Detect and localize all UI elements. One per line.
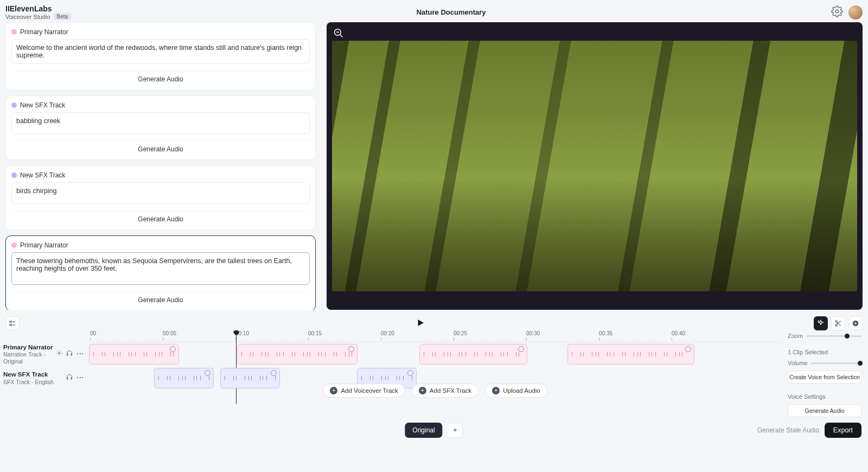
ruler-tick: 00:25 [454,330,467,336]
zoom-slider[interactable] [806,335,861,337]
regenerate-icon[interactable] [170,346,176,352]
track-color-dot [11,29,17,35]
script-card[interactable]: Primary Narrator Generate Audio [5,22,316,90]
brand-title: IIElevenLabs [5,4,71,13]
play-button[interactable] [416,318,425,329]
voice-settings-label: Voice Settings [788,393,861,400]
generate-stale-audio-button[interactable]: Generate Stale Audio [757,426,819,434]
upload-audio-button[interactable]: +Upload Audio [485,384,547,398]
card-track-label: New SFX Track [20,101,65,109]
track-name: Primary Narrator [3,343,56,351]
track-color-dot [11,243,17,248]
video-frame-image [332,41,857,291]
card-track-label: Primary Narrator [20,241,68,249]
audio-clip[interactable] [419,344,527,365]
ruler-tick: 00:20 [381,330,394,336]
track-subtitle: Narration Track - Original [3,351,56,365]
script-text-input[interactable] [11,112,310,134]
scissors-icon[interactable] [831,316,845,330]
zoom-out-icon[interactable] [333,28,344,41]
ruler-tick: 00:40 [672,330,685,336]
gear-icon[interactable] [56,350,62,358]
track-color-dot [11,173,17,178]
regenerate-icon[interactable] [271,370,277,376]
regenerate-icon[interactable] [205,370,210,376]
avatar[interactable] [848,5,863,20]
svg-rect-5 [10,324,12,326]
headphones-icon[interactable] [66,374,73,382]
video-preview[interactable] [327,22,863,310]
generate-audio-sidebar-button[interactable]: Generate Audio [788,404,861,417]
regenerate-icon[interactable] [518,346,524,352]
regenerate-icon[interactable] [407,370,413,376]
add-sfx-track-button[interactable]: +Add SFX Track [412,384,478,398]
ruler-tick: 00:15 [308,330,322,336]
ruler-tick: 00:05 [163,330,176,336]
more-icon[interactable]: ⋮ [76,374,84,382]
timeline[interactable]: 0000:0500:1000:1500:2000:2500:3000:3500:… [88,330,782,417]
headphones-icon[interactable] [66,350,73,358]
project-title: Nature Documentary [417,8,486,16]
svg-point-0 [835,10,839,13]
script-card[interactable]: Primary Narrator Generate Audio [5,235,316,310]
more-icon[interactable]: ⋮ [76,350,84,358]
script-card[interactable]: New SFX Track Generate Audio [5,95,316,160]
add-voiceover-track-button[interactable]: +Add Voiceover Track [323,384,405,398]
volume-slider[interactable] [811,362,861,364]
svg-line-10 [837,322,838,323]
add-version-button[interactable]: + [447,423,463,438]
gear-icon[interactable] [831,5,843,20]
volume-label: Volume [788,360,808,366]
script-text-input[interactable] [11,182,310,204]
regenerate-icon[interactable] [685,346,691,352]
generate-audio-button[interactable]: Generate Audio [11,141,310,154]
svg-line-9 [839,324,840,326]
generate-audio-button[interactable]: Generate Audio [11,291,310,305]
zoom-label: Zoom [788,333,803,339]
beta-badge: Beta [54,13,72,20]
script-text-input[interactable] [11,39,310,64]
svg-point-6 [835,321,838,323]
auto-arrange-button[interactable] [5,316,20,330]
time-ruler[interactable]: 0000:0500:1000:1500:2000:2500:3000:3500:… [88,330,782,342]
svg-point-12 [59,353,60,354]
add-clip-icon[interactable] [848,316,863,330]
track-labels-column: Primary NarratorNarration Track - Origin… [3,330,88,417]
create-voice-button[interactable]: Create Voice from Selection [788,371,861,384]
sub-brand: Voiceover Studio [5,14,50,20]
track-name: New SFX Track [3,371,66,378]
svg-rect-4 [10,321,12,322]
original-version-chip[interactable]: Original [405,423,442,438]
selection-count: 1 Clip Selected [788,349,861,355]
generate-audio-button[interactable]: Generate Audio [11,71,310,84]
regenerate-icon[interactable] [348,346,354,352]
magic-select-icon[interactable] [814,316,828,330]
audio-clip[interactable] [237,344,358,365]
export-button[interactable]: Export [825,423,861,438]
ruler-tick: 00 [90,330,96,336]
clip-inspector: Zoom 1 Clip Selected Volume Create Voice… [782,330,868,417]
svg-point-7 [835,324,838,327]
card-track-label: Primary Narrator [20,28,68,36]
card-track-label: New SFX Track [20,171,65,179]
audio-clip[interactable] [89,344,179,365]
svg-line-2 [340,35,343,37]
track-label[interactable]: Primary NarratorNarration Track - Origin… [3,342,88,366]
ruler-tick: 00:30 [526,330,540,336]
script-card[interactable]: New SFX Track Generate Audio [5,165,316,230]
script-text-input[interactable] [11,252,310,285]
audio-clip[interactable] [567,344,694,365]
track-label[interactable]: New SFX TrackSFX Track - English⋮ [3,366,88,390]
script-panel: Primary Narrator Generate Audio New SFX … [5,22,319,310]
track-color-dot [11,103,17,108]
track-subtitle: SFX Track - English [3,379,66,386]
generate-audio-button[interactable]: Generate Audio [11,211,310,224]
track-row[interactable] [88,342,782,366]
ruler-tick: 00:35 [599,330,612,336]
